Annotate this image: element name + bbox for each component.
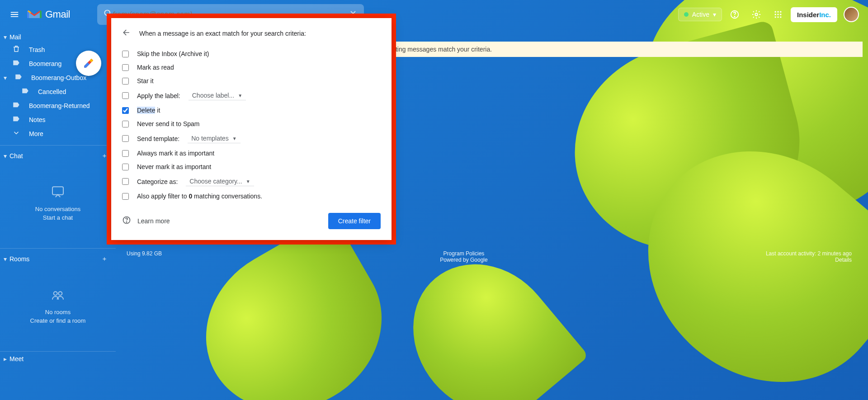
filter-option-dropdown[interactable]: Choose category...▼: [186, 177, 254, 186]
sidebar-item-boomerang-returned[interactable]: Boomerang-Returned: [0, 99, 116, 113]
filter-option-dropdown[interactable]: No templates▼: [188, 134, 240, 143]
learn-more-link[interactable]: Learn more: [137, 217, 170, 225]
filter-option-checkbox[interactable]: [122, 135, 129, 142]
footer-info: Using 9.82 GB Program Policies Powered b…: [116, 250, 863, 263]
filter-option-label: Skip the Inbox (Archive it): [137, 50, 209, 57]
account-avatar[interactable]: [844, 7, 859, 22]
filter-option-checkbox[interactable]: [122, 78, 129, 85]
chevron-down-icon: ▾: [4, 33, 7, 41]
chat-empty-state: No conversations Start a chat: [0, 162, 116, 244]
nav-item-label: Boomerang-Returned: [29, 102, 90, 109]
filter-panel-highlight: When a message is an exact match for you…: [107, 14, 396, 245]
gmail-logo-text: Gmail: [45, 9, 70, 20]
nav-item-label: Trash: [29, 46, 45, 53]
chevron-down-icon: ▾: [4, 74, 7, 81]
chevron-down-icon: ▼: [232, 136, 237, 141]
label-icon: [12, 59, 21, 68]
filter-option-label: Never send it to Spam: [137, 120, 200, 127]
filter-actions-panel: When a message is an exact match for you…: [111, 18, 392, 240]
sidebar-item-more[interactable]: More: [0, 127, 116, 141]
filter-option-checkbox[interactable]: [122, 193, 129, 200]
storage-text: Using 9.82 GB: [127, 250, 162, 263]
sidebar-item-boomerang-outbox[interactable]: ▾Boomerang-Outbox: [0, 71, 116, 85]
svg-point-4: [774, 11, 776, 13]
add-room-icon[interactable]: ＋: [101, 255, 108, 263]
label-icon: [21, 87, 30, 96]
chat-icon: [51, 184, 65, 199]
filter-option-checkbox[interactable]: [122, 178, 129, 185]
rooms-icon: [51, 287, 65, 302]
meet-section-label: Meet: [9, 355, 24, 362]
filter-option-row: Never send it to Spam: [111, 117, 392, 131]
sidebar-item-cancelled[interactable]: Cancelled: [0, 85, 116, 99]
svg-point-5: [777, 11, 778, 13]
filter-option-checkbox[interactable]: [122, 107, 129, 114]
filter-option-row: Also apply filter to 0 matching conversa…: [111, 189, 392, 203]
filter-option-label: Mark as read: [137, 64, 174, 71]
svg-point-15: [58, 292, 62, 295]
chevron-right-icon: ▸: [4, 355, 7, 362]
sidebar-item-trash[interactable]: Trash: [0, 42, 116, 56]
filter-option-label: Also apply filter to 0 matching conversa…: [137, 193, 262, 200]
svg-point-9: [780, 14, 781, 15]
filter-option-label: Delete it: [137, 107, 160, 114]
filter-option-checkbox[interactable]: [122, 92, 129, 99]
details-link[interactable]: Details: [766, 257, 852, 263]
filter-option-row: Star it: [111, 74, 392, 88]
nav-item-label: Notes: [29, 116, 46, 123]
sidebar-section-chat[interactable]: ▾ Chat ＋: [0, 150, 116, 162]
nav-item-label: Cancelled: [38, 88, 66, 95]
back-button[interactable]: [122, 28, 131, 39]
more-icon: [12, 129, 21, 138]
nav-item-label: Boomerang-Outbox: [31, 74, 86, 81]
status-chip[interactable]: Active ▾: [678, 8, 722, 21]
filter-option-row: Apply the label:Choose label...▼: [111, 88, 392, 104]
svg-point-3: [755, 13, 758, 16]
filter-option-row: Never mark it as important: [111, 160, 392, 174]
filter-option-checkbox[interactable]: [122, 64, 129, 71]
filter-option-row: Always mark it as important: [111, 146, 392, 160]
nav-item-label: More: [29, 130, 43, 137]
gmail-logo[interactable]: Gmail: [27, 9, 70, 20]
filter-option-row: Skip the Inbox (Archive it): [111, 47, 392, 61]
filter-option-dropdown[interactable]: Choose label...▼: [189, 91, 246, 100]
svg-point-14: [54, 292, 57, 295]
trash-icon: [12, 45, 21, 54]
chevron-down-icon: ▾: [4, 152, 7, 160]
filter-option-label: Never mark it as important: [137, 163, 211, 170]
org-badge: InsiderInc.: [791, 7, 837, 22]
filter-option-label: Always mark it as important: [137, 150, 214, 157]
apps-button[interactable]: [769, 5, 787, 24]
sidebar-section-rooms[interactable]: ▾ Rooms ＋: [0, 253, 116, 265]
filter-option-row: Send template:No templates▼: [111, 131, 392, 146]
sidebar-section-mail[interactable]: ▾ Mail: [0, 32, 116, 42]
filter-option-row: Mark as read: [111, 61, 392, 74]
main-menu-button[interactable]: [4, 4, 25, 25]
sidebar-item-notes[interactable]: Notes: [0, 113, 116, 127]
filter-option-checkbox[interactable]: [122, 164, 129, 170]
svg-point-17: [126, 222, 127, 222]
last-activity-text: Last account activity: 2 minutes ago: [766, 250, 852, 257]
program-policies-link[interactable]: Program Policies: [440, 250, 487, 257]
filter-panel-title: When a message is an exact match for you…: [139, 30, 306, 37]
filter-option-label: Send template:: [137, 135, 179, 142]
help-icon[interactable]: [122, 216, 131, 226]
rooms-section-label: Rooms: [9, 255, 29, 263]
compose-button[interactable]: [76, 51, 101, 76]
support-button[interactable]: [726, 5, 744, 24]
rooms-empty-state: No rooms Create or find a room: [0, 265, 116, 347]
filter-option-checkbox[interactable]: [122, 121, 129, 127]
chat-section-label: Chat: [9, 152, 23, 160]
chevron-down-icon: ▼: [238, 93, 242, 98]
filter-option-checkbox[interactable]: [122, 150, 129, 157]
create-filter-button[interactable]: Create filter: [328, 213, 381, 229]
svg-point-10: [774, 16, 776, 18]
svg-point-12: [780, 16, 781, 18]
filter-option-row: Categorize as:Choose category...▼: [111, 174, 392, 189]
label-icon: [14, 73, 23, 82]
sidebar-section-meet[interactable]: ▸ Meet: [0, 353, 116, 364]
mail-section-label: Mail: [9, 33, 21, 41]
filter-option-checkbox[interactable]: [122, 51, 129, 57]
chevron-down-icon: ▾: [4, 255, 7, 263]
settings-button[interactable]: [747, 5, 765, 24]
